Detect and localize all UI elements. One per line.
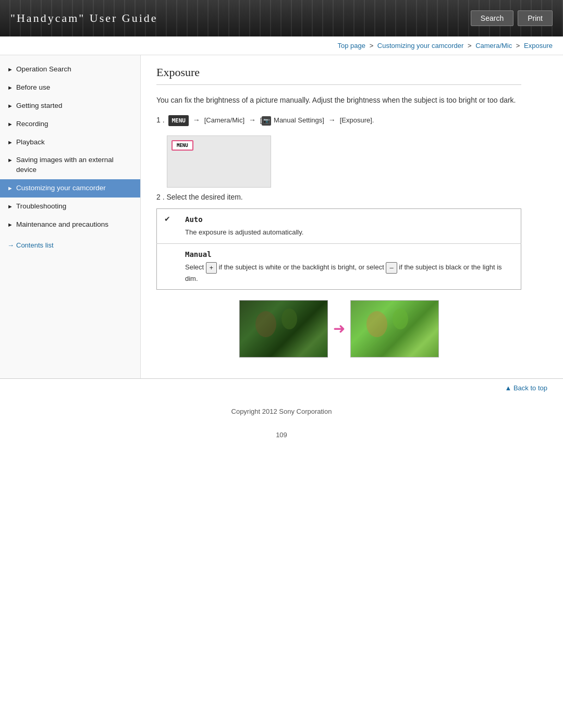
minus-button-icon: — (386, 262, 397, 274)
manual-check (157, 243, 178, 289)
sidebar-label: Before use (16, 83, 50, 93)
breadcrumb-link-exposure[interactable]: Exposure (524, 42, 553, 50)
page-title: Exposure (156, 66, 521, 85)
contents-list-link[interactable]: Contents list (16, 241, 54, 249)
camera-mic-text: [Camera/Mic] (204, 116, 244, 124)
sidebar-label: Customizing your camcorder (16, 183, 106, 193)
step-2-text: 2 . Select the desired item. (156, 193, 521, 201)
arrow-icon: ► (7, 120, 13, 128)
header: "Handycam" User Guide Search Print (0, 0, 563, 36)
sidebar-item-playback[interactable]: ► Playback (0, 133, 140, 152)
sidebar-label: Maintenance and precautions (16, 220, 108, 230)
option-row-auto: ✔ Auto The exposure is adjusted automati… (157, 209, 521, 243)
breadcrumb-link-top[interactable]: Top page (338, 42, 366, 50)
menu-btn-mockup: MENU (172, 140, 193, 151)
sidebar-item-customizing[interactable]: ► Customizing your camcorder (0, 179, 140, 198)
sidebar-label: Operation Search (16, 65, 71, 75)
menu-button-icon: MENU (168, 115, 189, 127)
sidebar-label: Recording (16, 119, 48, 129)
breadcrumb-sep-2: > (468, 42, 473, 50)
arrow-icon: ► (7, 184, 13, 192)
sidebar-label: Saving images with an external device (16, 155, 133, 175)
arrow-icon: ► (7, 102, 13, 110)
arrow-icon: ► (7, 156, 13, 164)
sidebar-item-operation-search[interactable]: ► Operation Search (0, 60, 140, 79)
page-number: 109 (0, 426, 563, 444)
copyright-text: Copyright 2012 Sony Corporation (231, 408, 332, 415)
back-to-top-link[interactable]: ▲ Back to top (505, 384, 547, 392)
example-images: ➜ (156, 300, 521, 357)
page-footer: Copyright 2012 Sony Corporation (0, 397, 563, 426)
options-table: ✔ Auto The exposure is adjusted automati… (156, 208, 521, 290)
manual-option: Manual Select + if the subject is white … (178, 243, 521, 289)
option-row-manual: Manual Select + if the subject is white … (157, 243, 521, 289)
search-button[interactable]: Search (471, 10, 513, 26)
arrow-icon: ► (7, 66, 13, 73)
site-title: "Handycam" User Guide (10, 11, 158, 25)
sidebar-item-before-use[interactable]: ► Before use (0, 79, 140, 97)
after-image (350, 300, 439, 357)
main-layout: ► Operation Search ► Before use ► Gettin… (0, 55, 563, 378)
plus-button-icon: + (206, 262, 217, 274)
breadcrumb: Top page > Customizing your camcorder > … (0, 36, 563, 55)
arrow-icon: ► (7, 221, 13, 229)
sidebar: ► Operation Search ► Before use ► Gettin… (0, 55, 141, 378)
contents-list-arrow-icon: → (7, 241, 14, 249)
step-arrow-2: → (249, 116, 258, 124)
pink-arrow-icon: ➜ (333, 320, 345, 337)
step-arrow-3: → (328, 116, 338, 124)
sidebar-item-saving-images[interactable]: ► Saving images with an external device (0, 151, 140, 179)
before-image (239, 300, 328, 357)
step-1: 1 . MENU → [Camera/Mic] → [📷 Manual Sett… (156, 114, 521, 126)
manual-settings-icon: 📷 (262, 116, 271, 126)
breadcrumb-sep-3: > (516, 42, 522, 50)
sidebar-label: Troubleshooting (16, 202, 66, 212)
auto-check: ✔ (157, 209, 178, 243)
sidebar-item-getting-started[interactable]: ► Getting started (0, 97, 140, 115)
arrow-icon: ► (7, 203, 13, 211)
breadcrumb-link-customizing[interactable]: Customizing your camcorder (377, 42, 463, 50)
intro-text: You can fix the brightness of a picture … (156, 94, 521, 106)
main-content: Exposure You can fix the brightness of a… (141, 55, 537, 378)
breadcrumb-sep-1: > (370, 42, 375, 50)
sidebar-item-troubleshooting[interactable]: ► Troubleshooting (0, 198, 140, 216)
breadcrumb-link-camera-mic[interactable]: Camera/Mic (475, 42, 512, 50)
menu-screenshot: MENU (167, 135, 271, 188)
sidebar-item-maintenance[interactable]: ► Maintenance and precautions (0, 216, 140, 234)
sidebar-label: Playback (16, 138, 45, 147)
content-footer: ▲ Back to top (0, 378, 563, 397)
step-arrow-1: → (193, 116, 202, 124)
sidebar-footer: → Contents list (0, 234, 140, 252)
print-button[interactable]: Print (518, 10, 553, 26)
exposure-text: [Exposure]. (340, 116, 374, 124)
manual-title: Manual (185, 249, 513, 260)
auto-desc: The exposure is adjusted automatically. (185, 228, 303, 236)
arrow-icon: ► (7, 139, 13, 146)
auto-title: Auto (185, 214, 513, 225)
manual-settings-text: [📷 Manual Settings] (260, 116, 324, 124)
sidebar-item-recording[interactable]: ► Recording (0, 115, 140, 133)
manual-desc: Select + if the subject is white or the … (185, 263, 502, 282)
step-1-number: 1 . (156, 116, 165, 124)
sidebar-label: Getting started (16, 101, 63, 111)
auto-option: Auto The exposure is adjusted automatica… (178, 209, 521, 243)
arrow-icon: ► (7, 84, 13, 92)
header-buttons: Search Print (471, 10, 553, 26)
